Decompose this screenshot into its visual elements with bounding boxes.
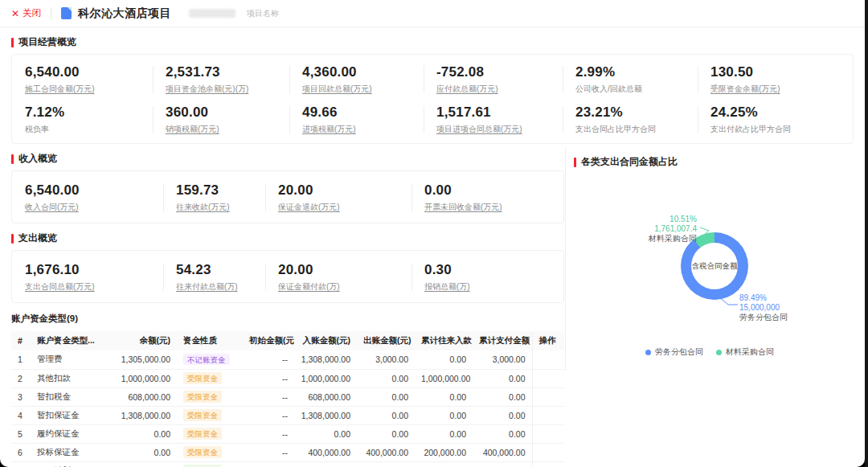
- metric-reimbursement-total: 0.30 报销总额(万): [411, 260, 563, 294]
- inflow: 1,308,000.00: [294, 406, 357, 424]
- actions-cell[interactable]: [532, 369, 564, 387]
- metric-value: 2,531.73: [166, 64, 285, 80]
- table-row[interactable]: 1 管理费 1,305,000.00 不记账资金 -- 1,308,000.00…: [11, 350, 564, 369]
- metric-construction-contract: 6,540.00 施工合同金额(万元): [12, 63, 153, 96]
- slice-percent: 89.49%: [739, 293, 788, 303]
- metric-label[interactable]: 受限资金余额(万元): [710, 84, 848, 95]
- metric-company-income-ratio: 2.99% 公司收入/回款总额: [563, 63, 698, 96]
- initial-amount: --: [243, 443, 294, 461]
- table-row[interactable]: 6 投标保证金 0.00 受限资金 -- 400,000.00 400,000.…: [11, 443, 564, 461]
- account-type: 暂扣保证金: [31, 406, 108, 424]
- table-row[interactable]: 3 暂扣税金 608,000.00 受限资金 -- 608,000.00 0.0…: [11, 387, 564, 406]
- row-index: 4: [11, 406, 31, 424]
- slice-value: 1,761,007.4: [649, 224, 697, 234]
- slice-percent: 10.51%: [649, 215, 697, 224]
- row-index: 7: [11, 461, 31, 467]
- inflow: 608,000.00: [294, 387, 357, 406]
- inflow: 0.00: [294, 424, 357, 443]
- section-title: 项目经营概览: [18, 35, 76, 49]
- metric-label[interactable]: 进项税额(万元): [302, 124, 419, 135]
- project-title: 科尔沁大酒店项目: [78, 6, 171, 21]
- metric-value: 0.00: [424, 182, 559, 199]
- redacted-text: [189, 9, 235, 18]
- outflow: 0.00: [357, 461, 415, 467]
- initial-amount: --: [243, 369, 294, 387]
- metric-value: 130.50: [710, 64, 848, 80]
- cumulative-paid: 0.00: [473, 387, 532, 406]
- metric-label[interactable]: 施工合同金额(万元): [25, 84, 148, 95]
- metric-expense-payment-ratio: 24.25% 支出付款占比甲方合同: [698, 103, 853, 137]
- actions-cell[interactable]: [532, 461, 564, 467]
- section-header-overview: 项目经营概览: [11, 35, 854, 49]
- metric-label[interactable]: 项目资金池余额(元)(万): [166, 84, 285, 95]
- balance: 0.00: [108, 443, 177, 461]
- col-initial-amount: 初始金额(元): [243, 331, 294, 350]
- legend-label: 材料采购合同: [726, 346, 774, 358]
- col-balance: 余额(元): [108, 331, 177, 350]
- metric-deposit-refund: 20.00 保证金退款(万元): [265, 181, 411, 215]
- actions-cell[interactable]: [532, 406, 564, 424]
- legend-item-labor[interactable]: 劳务分包合同: [645, 346, 703, 358]
- initial-amount: --: [243, 406, 294, 424]
- col-actions: 操作: [532, 331, 564, 350]
- metric-value: 2.99%: [575, 64, 693, 80]
- row-index: 3: [11, 387, 31, 406]
- metric-label[interactable]: 报销总额(万): [424, 281, 559, 293]
- callout-labor-contract: 89.49% 15,000,000 劳务分包合同: [739, 293, 788, 322]
- metric-label[interactable]: 销项税额(万元): [166, 124, 285, 135]
- table-row[interactable]: 5 履约保证金 0.00 受限资金 -- 0.00 0.00 0.00 0.00: [11, 424, 564, 443]
- initial-amount: --: [243, 461, 294, 467]
- outflow: 0.00: [357, 387, 415, 406]
- actions-cell[interactable]: [532, 443, 564, 461]
- metric-label: 支出合同占比甲方合同: [575, 124, 693, 135]
- balance: 1,000,000.00: [108, 369, 177, 387]
- account-type: 其他扣款: [31, 369, 108, 387]
- metric-label[interactable]: 保证金额付款(万): [278, 281, 407, 293]
- table-row[interactable]: 7 项目计划拨款 0.00 可用资金 -- 0.00 0.00 0.00 0.0…: [11, 461, 564, 467]
- legend-item-material[interactable]: 材料采购合同: [716, 346, 774, 358]
- metric-label[interactable]: 项目回款总额(万元): [302, 84, 419, 95]
- chart-legend: 劳务分包合同 材料采购合同: [566, 346, 854, 358]
- cumulative-income: 200,000.00: [415, 443, 473, 461]
- actions-cell[interactable]: [532, 350, 564, 369]
- fund-nature-badge: 受限资金: [183, 391, 222, 402]
- actions-cell[interactable]: [532, 387, 564, 406]
- table-header-row: # 账户资金类型... 余额(元) 资金性质 初始金额(元) 入账金额(元) 出…: [11, 331, 564, 350]
- metric-restricted-funds: 130.50 受限资金余额(万元): [698, 63, 853, 96]
- metric-expense-contract-total: 1,676.10 支出合同总额(万元): [12, 260, 163, 294]
- row-index: 2: [11, 369, 31, 387]
- legend-label: 劳务分包合同: [655, 346, 703, 358]
- cumulative-paid: 0.00: [473, 424, 532, 443]
- metric-value: 1,676.10: [25, 262, 158, 278]
- fund-nature-badge: 受限资金: [183, 446, 222, 457]
- metric-value: 360.00: [166, 104, 285, 121]
- metric-label[interactable]: 往来收款(万元): [176, 202, 260, 213]
- section-title: 各类支出合同金额占比: [581, 155, 678, 169]
- metric-label[interactable]: 项目进项合同总额(万元): [436, 124, 558, 135]
- table-row[interactable]: 4 暂扣保证金 1,308,000.00 受限资金 -- 1,308,000.0…: [11, 406, 564, 424]
- section-marker: [574, 158, 576, 167]
- balance: 608,000.00: [108, 387, 177, 406]
- donut-hole: 含税合同金额: [691, 243, 738, 289]
- cumulative-paid: 0.00: [473, 461, 532, 467]
- cumulative-income: 0.00: [415, 461, 473, 467]
- cumulative-income: 0.00: [415, 350, 473, 369]
- metric-label[interactable]: 开票未回收金额(万元): [424, 202, 559, 213]
- income-card: 6,540.00 收入合同(万元) 159.73 往来收款(万元) 20.00 …: [11, 170, 564, 223]
- metric-label[interactable]: 往来付款总额(万): [176, 281, 260, 293]
- metric-value: -752.08: [436, 64, 558, 80]
- metric-label[interactable]: 应付款总额(万元): [436, 84, 558, 95]
- window-edge: [865, 0, 868, 467]
- table-row[interactable]: 2 其他扣款 1,000,000.00 受限资金 -- 1,000,000.00…: [11, 369, 564, 387]
- cumulative-paid: 3,000.00: [473, 350, 532, 369]
- metric-value: 159.73: [176, 182, 260, 199]
- actions-cell[interactable]: [532, 424, 564, 443]
- close-button[interactable]: ✕ 关闭: [11, 7, 41, 19]
- metric-label[interactable]: 收入合同(万元): [25, 202, 158, 213]
- col-inflow: 入账金额(元): [294, 331, 357, 350]
- outflow: 0.00: [357, 369, 415, 387]
- metric-label[interactable]: 保证金退款(万元): [278, 202, 407, 213]
- metric-tax-burden: 7.12% 税负率: [12, 103, 153, 137]
- section-header-chart: 各类支出合同金额占比: [574, 155, 845, 169]
- metric-label[interactable]: 支出合同总额(万元): [25, 281, 158, 293]
